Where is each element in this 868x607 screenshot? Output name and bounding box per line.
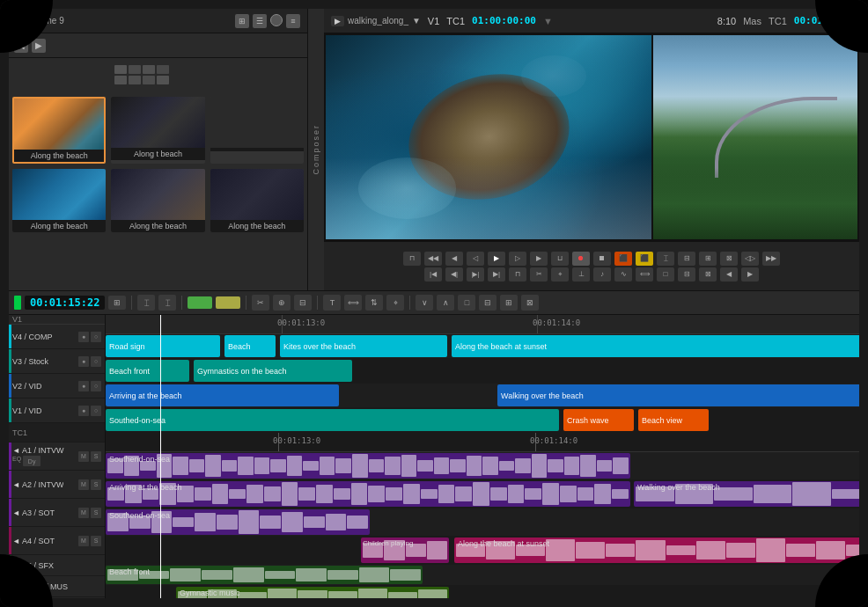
tl-color-yellow[interactable] — [216, 296, 240, 309]
ctrl-end[interactable]: ▶| — [488, 267, 505, 282]
clip-beach[interactable]: Beach — [224, 335, 276, 357]
ctrl-next-edit[interactable]: |▶| — [467, 267, 484, 282]
tl-v-shape[interactable]: ∨ — [416, 295, 433, 311]
clip-beach-front-a5[interactable]: Beach front — [106, 566, 423, 584]
v2-lock[interactable]: ● — [78, 381, 89, 391]
v2-eye[interactable]: ○ — [91, 381, 101, 391]
clip-road-sign[interactable]: Road sign — [106, 335, 220, 357]
ctrl-next-marker[interactable]: ▶ — [741, 267, 759, 282]
dropdown-arrow[interactable]: ▼ — [412, 16, 421, 26]
clip-audio-arriving-a2[interactable]: Arriving at the beach — [106, 481, 630, 507]
ctrl-snap[interactable]: ⌖ — [551, 267, 569, 282]
grid-view-button[interactable]: ⊞ — [235, 14, 249, 28]
clip-crash-wave[interactable]: Crash wave — [563, 409, 634, 431]
tl-minus[interactable]: ⊟ — [479, 295, 497, 311]
media-thumb-bike[interactable]: Along the beach — [111, 169, 204, 232]
v4-eye[interactable]: ○ — [91, 332, 101, 342]
media-thumb-person[interactable]: Along the beach — [210, 169, 304, 232]
tl-grid[interactable]: ⊠ — [521, 295, 539, 311]
clip-beach-front-v3[interactable]: Beach front — [106, 360, 189, 382]
ctrl-fullscreen[interactable]: ⊠ — [699, 267, 717, 282]
tl-toggle-btn[interactable]: ⊞ — [108, 296, 126, 310]
ctrl-overwrite[interactable]: ⊟ — [678, 252, 695, 266]
v3-eye[interactable]: ○ — [91, 356, 101, 367]
clip-along-sunset-a4[interactable]: Along the beach at sunset — [454, 538, 859, 563]
media-thumb-ocean[interactable]: Along the beach — [12, 169, 106, 232]
tl-layout[interactable]: ⊞ — [500, 295, 518, 311]
a4-solo[interactable]: S — [91, 536, 101, 546]
ctrl-prev-marker[interactable]: ◀ — [720, 267, 738, 282]
tl-mark-out[interactable]: ⌶ — [158, 295, 176, 311]
ctrl-step-fwd[interactable]: ▶ — [530, 252, 548, 266]
clip-walking-beach[interactable]: Walking over the beach — [497, 384, 859, 406]
ctrl-loop[interactable]: ⏺ — [572, 252, 590, 266]
ctrl-next-frame[interactable]: ▷ — [509, 252, 526, 266]
tl-cut[interactable]: ✂ — [252, 295, 269, 311]
ctrl-yellow-btn[interactable]: ⬛ — [636, 252, 653, 266]
tl-extract[interactable]: ⇅ — [365, 295, 383, 311]
ctrl-lift[interactable]: ⊞ — [699, 252, 717, 266]
v1-eye[interactable]: ○ — [91, 406, 101, 416]
clip-kites[interactable]: Kites over the beach — [280, 335, 447, 357]
ctrl-stop[interactable]: ⏹ — [593, 252, 611, 266]
a1-dyn[interactable]: Dy — [23, 456, 40, 466]
tl-trim[interactable]: ⌖ — [386, 295, 404, 311]
menu-button[interactable]: ≡ — [286, 14, 300, 28]
ctrl-extract[interactable]: ⊠ — [720, 252, 738, 266]
ctrl-orange-btn[interactable]: ⬛ — [614, 252, 632, 266]
ctrl-slow[interactable]: ◁▷ — [741, 252, 759, 266]
v4-lock[interactable]: ● — [78, 332, 89, 342]
clip-arriving-beach[interactable]: Arriving at the beach — [106, 384, 339, 406]
a4-mute[interactable]: M — [78, 536, 89, 546]
tl-splice[interactable]: ⊕ — [273, 295, 291, 311]
media-thumb-3[interactable] — [210, 97, 304, 164]
clip-audio-southend-a1[interactable]: Southend-on-sea — [106, 453, 630, 479]
ctrl-mark-out[interactable]: ⊔ — [551, 252, 569, 266]
ctrl-audio[interactable]: ♪ — [593, 267, 611, 282]
a2-solo[interactable]: S — [91, 479, 101, 490]
ctrl-waveform[interactable]: ∿ — [614, 267, 632, 282]
ctrl-zoom-in[interactable]: □ — [657, 267, 674, 282]
marker-green[interactable] — [14, 296, 21, 310]
a3-solo[interactable]: S — [91, 508, 101, 518]
ctrl-fast[interactable]: ▶▶ — [762, 252, 780, 266]
ctrl-prev-frame[interactable]: ◀ — [445, 252, 463, 266]
media-thumb-beach[interactable]: Along the beach — [12, 97, 106, 164]
tl-box[interactable]: □ — [458, 295, 475, 311]
search-button[interactable] — [270, 14, 283, 26]
list-view-button[interactable]: ☰ — [253, 14, 267, 28]
v1-lock[interactable]: ● — [78, 406, 89, 416]
a3-mute[interactable]: M — [78, 508, 89, 518]
clip-along-beach-sunset[interactable]: Along the beach at sunset — [452, 335, 859, 357]
ctrl-mark-in2[interactable]: ⊓ — [509, 267, 526, 282]
a1-solo[interactable]: S — [91, 451, 101, 462]
tl-color-green[interactable] — [188, 296, 212, 309]
ctrl-prev-edit[interactable]: |◀ — [424, 267, 442, 282]
a2-mute[interactable]: M — [78, 479, 89, 490]
clip-audio-walking-a2[interactable]: Walking over the beach — [634, 481, 859, 507]
ctrl-fit[interactable]: ⟺ — [636, 267, 653, 282]
ctrl-mark-in[interactable]: ⊓ — [403, 252, 421, 266]
ctrl-play[interactable]: ▶ — [488, 252, 505, 266]
tl-text[interactable]: T — [323, 295, 341, 311]
tl-lift[interactable]: ⟺ — [344, 295, 362, 311]
v3-lock[interactable]: ● — [78, 356, 89, 367]
tl-overwrite[interactable]: ⊟ — [294, 295, 312, 311]
ctrl-end2[interactable]: ⊥ — [572, 267, 590, 282]
a1-mute[interactable]: M — [78, 451, 89, 462]
tl-mark-in[interactable]: ⌶ — [137, 295, 155, 311]
clip-beach-view[interactable]: Beach view — [638, 409, 709, 431]
ctrl-play-reverse[interactable]: ◁ — [467, 252, 484, 266]
ctrl-splice[interactable]: ⌶ — [657, 252, 674, 266]
clip-southed[interactable]: Southed-on-sea — [106, 409, 559, 431]
clip-gymnastics[interactable]: Gymnastics on the beach — [194, 360, 352, 382]
clip-audio-southend-a3[interactable]: Southend-on-sea — [106, 509, 370, 535]
ctrl-step-back[interactable]: ◀◀ — [424, 252, 442, 266]
clip-children-a4[interactable]: Children playing — [361, 538, 449, 563]
ctrl-prev-frame2[interactable]: ◀| — [445, 267, 463, 282]
dropdown-arrow-tc[interactable]: ▼ — [543, 16, 553, 26]
clip-gymnastic-music[interactable]: Gymnastic music — [176, 587, 449, 598]
ctrl-zoom-out[interactable]: ⊟ — [678, 267, 695, 282]
media-thumb-2[interactable]: Along t beach — [111, 97, 204, 164]
ctrl-razor[interactable]: ✂ — [530, 267, 548, 282]
